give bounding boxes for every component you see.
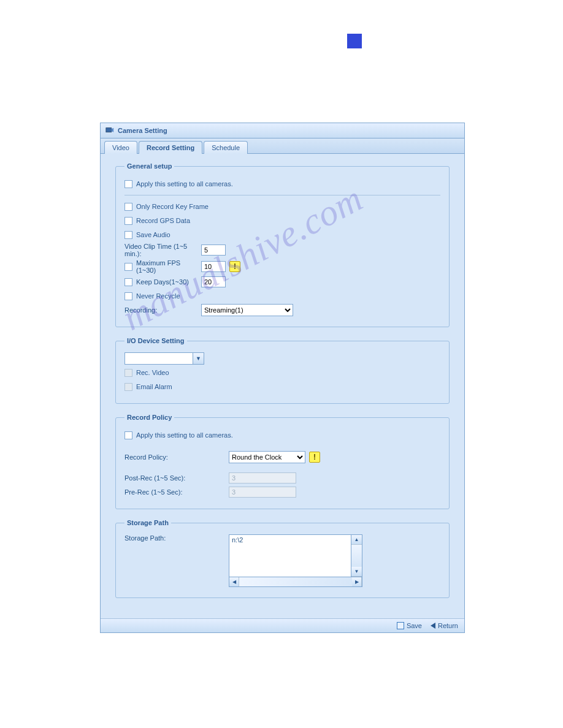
warning-icon: ! bbox=[229, 261, 240, 272]
storage-path-container: n:\2 ▲ ▼ ◀ ▶ bbox=[229, 534, 362, 587]
record-policy-fieldset: Record Policy Apply this setting to all … bbox=[115, 414, 450, 509]
horizontal-scrollbar[interactable]: ◀ ▶ bbox=[229, 577, 362, 587]
io-device-value bbox=[125, 353, 193, 364]
policy-apply-all-label: Apply this setting to all cameras. bbox=[136, 431, 233, 439]
return-button[interactable]: Return bbox=[431, 622, 458, 629]
post-rec-input bbox=[229, 472, 296, 483]
policy-apply-all-checkbox[interactable] bbox=[124, 431, 132, 439]
never-recycle-checkbox[interactable] bbox=[124, 292, 132, 300]
return-label: Return bbox=[438, 622, 458, 629]
email-alarm-checkbox bbox=[124, 383, 132, 391]
keep-days-checkbox[interactable] bbox=[124, 278, 132, 286]
camera-icon bbox=[105, 126, 114, 135]
record-gps-label: Record GPS Data bbox=[136, 217, 190, 224]
keep-days-input[interactable] bbox=[201, 276, 226, 287]
vertical-scrollbar[interactable]: ▲ ▼ bbox=[351, 534, 362, 577]
panel-footer: Save Return bbox=[101, 618, 464, 632]
io-device-fieldset: I/O Device Setting ▼ Rec. Video Email Al… bbox=[115, 337, 450, 404]
save-button[interactable]: Save bbox=[397, 622, 422, 629]
general-setup-legend: General setup bbox=[124, 162, 174, 170]
record-policy-label: Record Policy: bbox=[124, 453, 229, 461]
return-arrow-icon bbox=[431, 623, 435, 629]
record-gps-checkbox[interactable] bbox=[124, 217, 132, 225]
max-fps-label: Maximum FPS (1~30) bbox=[136, 259, 201, 274]
recording-label: Recording: bbox=[124, 306, 201, 314]
scroll-right-icon[interactable]: ▶ bbox=[352, 577, 362, 586]
scroll-left-icon[interactable]: ◀ bbox=[229, 577, 239, 586]
save-label: Save bbox=[407, 622, 422, 629]
chevron-down-icon: ▼ bbox=[193, 353, 204, 364]
scroll-track-h[interactable] bbox=[239, 577, 352, 586]
tab-strip: Video Record Setting Schedule bbox=[101, 138, 464, 154]
save-audio-checkbox[interactable] bbox=[124, 231, 132, 239]
svg-rect-0 bbox=[106, 128, 112, 132]
tab-video[interactable]: Video bbox=[104, 141, 137, 154]
camera-setting-panel: Camera Setting Video Record Setting Sche… bbox=[100, 123, 465, 633]
decorative-blue-square bbox=[347, 34, 362, 48]
rec-video-checkbox bbox=[124, 369, 132, 377]
scroll-down-icon[interactable]: ▼ bbox=[351, 567, 362, 577]
pre-rec-label: Pre-Rec (1~5 Sec): bbox=[124, 488, 229, 496]
video-clip-time-input[interactable] bbox=[201, 245, 226, 256]
io-device-select[interactable]: ▼ bbox=[124, 352, 204, 365]
save-audio-label: Save Audio bbox=[136, 231, 170, 238]
keep-days-label: Keep Days(1~30) bbox=[136, 278, 201, 286]
panel-header: Camera Setting bbox=[101, 123, 464, 138]
max-fps-input[interactable] bbox=[201, 261, 226, 272]
video-clip-time-label: Video Clip Time (1~5 min.): bbox=[124, 243, 201, 257]
storage-path-value: n:\2 bbox=[232, 536, 243, 544]
storage-path-fieldset: Storage Path Storage Path: n:\2 ▲ ▼ bbox=[115, 519, 450, 598]
divider bbox=[124, 195, 440, 195]
only-key-frame-label: Only Record Key Frame bbox=[136, 203, 209, 210]
panel-title: Camera Setting bbox=[118, 127, 167, 134]
general-setup-fieldset: General setup Apply this setting to all … bbox=[115, 162, 450, 327]
storage-path-label: Storage Path: bbox=[124, 534, 229, 542]
tab-record-setting[interactable]: Record Setting bbox=[139, 141, 202, 154]
recording-select[interactable]: Streaming(1) bbox=[201, 304, 293, 316]
record-policy-select[interactable]: Round the Clock bbox=[229, 451, 305, 463]
only-key-frame-checkbox[interactable] bbox=[124, 203, 132, 211]
apply-all-label: Apply this setting to all cameras. bbox=[136, 180, 233, 188]
save-icon bbox=[397, 622, 404, 629]
pre-rec-input bbox=[229, 487, 296, 498]
scroll-up-icon[interactable]: ▲ bbox=[351, 535, 362, 545]
scroll-track[interactable] bbox=[351, 545, 362, 567]
never-recycle-label: Never Recycle bbox=[136, 292, 180, 300]
tab-schedule[interactable]: Schedule bbox=[204, 141, 248, 154]
post-rec-label: Post-Rec (1~5 Sec): bbox=[124, 474, 229, 482]
svg-marker-1 bbox=[112, 128, 114, 132]
record-policy-legend: Record Policy bbox=[124, 414, 174, 421]
storage-path-list[interactable]: n:\2 bbox=[229, 534, 351, 577]
rec-video-label: Rec. Video bbox=[136, 369, 169, 376]
storage-path-legend: Storage Path bbox=[124, 519, 171, 526]
email-alarm-label: Email Alarm bbox=[136, 383, 172, 390]
tab-content: General setup Apply this setting to all … bbox=[101, 154, 464, 632]
io-device-legend: I/O Device Setting bbox=[124, 337, 187, 344]
warning-icon: ! bbox=[309, 452, 320, 463]
max-fps-checkbox[interactable] bbox=[124, 263, 132, 271]
apply-all-checkbox[interactable] bbox=[124, 180, 132, 188]
